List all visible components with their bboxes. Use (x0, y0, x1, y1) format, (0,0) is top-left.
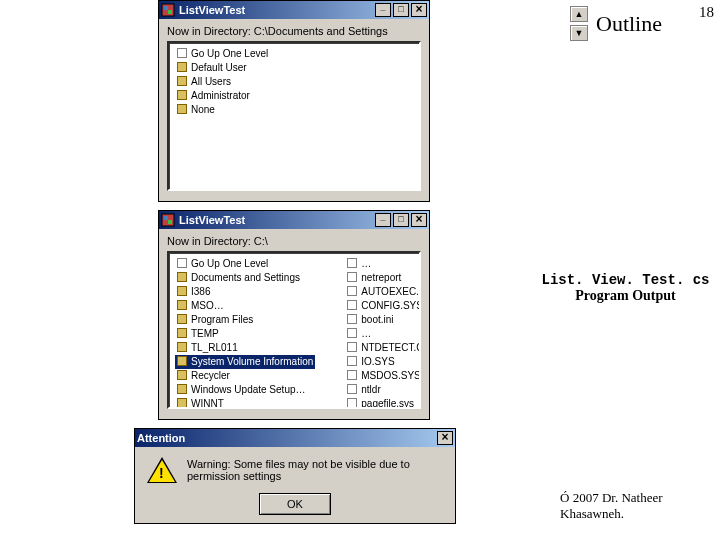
list-item[interactable]: IO.SYS (345, 355, 421, 369)
folder-icon (177, 328, 187, 338)
list-item[interactable]: Default User (175, 61, 413, 75)
folder-icon (177, 272, 187, 282)
file-icon (347, 328, 357, 338)
folder-icon (177, 286, 187, 296)
minimize-button[interactable] (375, 3, 391, 17)
list-item[interactable]: Go Up One Level (175, 47, 413, 61)
file-icon (347, 370, 357, 380)
list-item[interactable]: Recycler (175, 369, 315, 383)
list-item[interactable]: … (345, 327, 421, 341)
file-icon (347, 258, 357, 268)
list-item[interactable]: All Users (175, 75, 413, 89)
page-number: 18 (699, 4, 714, 21)
list-item[interactable]: Windows Update Setup… (175, 383, 315, 397)
listview-1[interactable]: Go Up One LevelDefault UserAll UsersAdmi… (167, 41, 421, 191)
window-title-1: ListViewTest (179, 4, 245, 16)
nav-down-button[interactable]: ▼ (570, 25, 588, 41)
list-item[interactable]: CONFIG.SYS (345, 299, 421, 313)
messagebox-title: Attention (137, 432, 185, 444)
svg-rect-2 (168, 10, 172, 14)
outline-title: Outline (596, 11, 662, 37)
folder-icon (177, 76, 187, 86)
list-item[interactable]: TEMP (175, 327, 315, 341)
outline-nav: ▲ ▼ (570, 6, 588, 41)
client-area-1: Now in Directory: C:\Documents and Setti… (159, 19, 429, 197)
folder-icon (177, 300, 187, 310)
up-icon (177, 258, 187, 268)
folder-icon (177, 90, 187, 100)
folder-icon (177, 384, 187, 394)
close-button[interactable] (411, 213, 427, 227)
file-icon (347, 314, 357, 324)
slide-area: ▲ ▼ Outline 18 List. View. Test. cs Prog… (0, 0, 720, 540)
file-icon (347, 342, 357, 352)
folder-icon (177, 398, 187, 408)
window-title-2: ListViewTest (179, 214, 245, 226)
list-item[interactable]: System Volume Information (175, 355, 315, 369)
caption-subtitle: Program Output (538, 288, 713, 304)
file-icon (347, 300, 357, 310)
client-area-2: Now in Directory: C:\ Go Up One LevelDoc… (159, 229, 429, 415)
folder-icon (177, 370, 187, 380)
warning-icon: ! (147, 457, 177, 483)
list-item[interactable]: netreport (345, 271, 421, 285)
list-item[interactable]: MSDOS.SYS (345, 369, 421, 383)
file-icon (347, 272, 357, 282)
messagebox-body: ! Warning: Some files may not be visible… (135, 447, 455, 493)
directory-label-1: Now in Directory: C:\Documents and Setti… (167, 25, 421, 37)
titlebar-2[interactable]: ListViewTest (159, 211, 429, 229)
svg-rect-4 (164, 216, 168, 220)
folder-icon (177, 104, 187, 114)
folder-icon (177, 62, 187, 72)
svg-rect-1 (164, 6, 168, 10)
app-icon (161, 213, 175, 227)
file-icon (347, 398, 357, 408)
close-button[interactable] (437, 431, 453, 445)
list-item[interactable]: Go Up One Level (175, 257, 315, 271)
messagebox-text: Warning: Some files may not be visible d… (187, 458, 443, 482)
list-item[interactable]: None (175, 103, 413, 117)
svg-rect-5 (168, 220, 172, 224)
directory-label-2: Now in Directory: C:\ (167, 235, 421, 247)
file-icon (347, 384, 357, 394)
list-item[interactable]: … (345, 257, 421, 271)
list-item[interactable]: WINNT (175, 397, 315, 409)
copyright-text: Ó 2007 Dr. Natheer Khasawneh. (560, 490, 720, 522)
list-item[interactable]: MSO… (175, 299, 315, 313)
list-item[interactable]: ntldr (345, 383, 421, 397)
window-listview-1: ListViewTest Now in Directory: C:\Docume… (158, 0, 430, 202)
list-item[interactable]: NTDETECT.COM (345, 341, 421, 355)
listview-2[interactable]: Go Up One LevelDocuments and SettingsI38… (167, 251, 421, 409)
window-listview-2: ListViewTest Now in Directory: C:\ Go Up… (158, 210, 430, 420)
folder-icon (177, 314, 187, 324)
folder-icon (177, 356, 187, 366)
ok-button[interactable]: OK (259, 493, 331, 515)
file-icon (347, 356, 357, 366)
titlebar-1[interactable]: ListViewTest (159, 1, 429, 19)
list-item[interactable]: pagefile.sys (345, 397, 421, 409)
caption-filename: List. View. Test. cs (538, 272, 713, 288)
caption-block: List. View. Test. cs Program Output (538, 272, 713, 304)
list-item[interactable]: Program Files (175, 313, 315, 327)
messagebox-attention: Attention ! Warning: Some files may not … (134, 428, 456, 524)
file-icon (347, 286, 357, 296)
nav-up-button[interactable]: ▲ (570, 6, 588, 22)
app-icon (161, 3, 175, 17)
list-item[interactable]: boot.ini (345, 313, 421, 327)
maximize-button[interactable] (393, 3, 409, 17)
folder-icon (177, 342, 187, 352)
messagebox-titlebar[interactable]: Attention (135, 429, 455, 447)
close-button[interactable] (411, 3, 427, 17)
list-item[interactable]: I386 (175, 285, 315, 299)
list-item[interactable]: Administrator (175, 89, 413, 103)
minimize-button[interactable] (375, 213, 391, 227)
list-item[interactable]: AUTOEXEC.BAT (345, 285, 421, 299)
outline-block: ▲ ▼ Outline (570, 6, 662, 41)
list-item[interactable]: Documents and Settings (175, 271, 315, 285)
list-item[interactable]: TL_RL011 (175, 341, 315, 355)
maximize-button[interactable] (393, 213, 409, 227)
up-icon (177, 48, 187, 58)
